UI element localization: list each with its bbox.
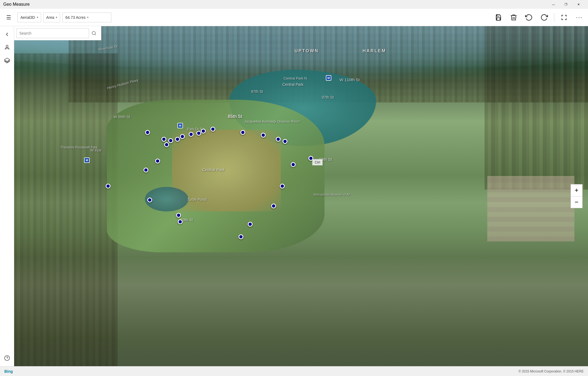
more-button[interactable]: ··· [573, 11, 586, 24]
map-label-w110thst: W 110th St [339, 77, 360, 82]
map-type-dropdown[interactable]: Aerial3D ▾ [17, 13, 41, 22]
map-pin[interactable] [164, 142, 169, 147]
app-title: Geo Measure [3, 2, 30, 7]
window-controls: — ❐ ✕ [547, 0, 585, 9]
map-pin[interactable] [106, 184, 111, 189]
sidebar [0, 26, 14, 366]
crop-button[interactable] [558, 11, 571, 24]
map-pin[interactable] [201, 129, 206, 134]
map-pin[interactable] [308, 156, 313, 161]
map-label-w86thst: W 86th St [114, 115, 130, 119]
map-pin[interactable] [291, 162, 296, 167]
map-label-w81st: W 81st [90, 148, 101, 152]
svg-line-5 [95, 34, 96, 35]
menu-button[interactable]: ☰ [2, 11, 15, 24]
map-pin[interactable] [210, 127, 215, 132]
map-label-harlem: HARLEM [363, 48, 386, 53]
search-button[interactable] [89, 28, 99, 38]
map-label-centralpark2: Central Park [282, 82, 304, 87]
redo-button[interactable] [538, 11, 551, 24]
map-label-97thst-e: 97th St [322, 95, 334, 99]
zoom-out-button[interactable]: − [571, 196, 583, 208]
titlebar: Geo Measure — ❐ ✕ [0, 0, 588, 9]
map-label-centralpark: Central Park [202, 167, 225, 172]
map-label-turtlepond: Turtle Pond [187, 197, 206, 202]
map-pin[interactable] [276, 137, 281, 142]
map-area[interactable]: 85th St Park Dr S Central Park Turtle Po… [14, 26, 588, 366]
map-pin[interactable] [175, 137, 180, 142]
metro-marker: M [326, 75, 331, 81]
map-pin[interactable] [240, 130, 245, 135]
undo-button[interactable] [522, 11, 535, 24]
map-pin[interactable] [155, 159, 160, 163]
map-pin[interactable] [189, 132, 194, 137]
statusbar: Bing © 2015 Microsoft Corporation, © 201… [0, 366, 588, 376]
map-pin[interactable] [161, 137, 166, 142]
toolbar: ☰ Aerial3D ▾ Area ▾ 64.73 Acres ▾ [0, 9, 588, 26]
svg-point-0 [6, 45, 8, 47]
map-pin[interactable] [180, 134, 185, 139]
map-pin[interactable] [271, 204, 276, 208]
metro-marker: M [177, 123, 183, 128]
map-label-85thst: 85th St [228, 114, 242, 119]
map-label-met: Metropolitan Museum of Art [314, 193, 350, 196]
map-label-centralpark-n: Central Park N [284, 76, 307, 80]
delete-button[interactable] [507, 11, 520, 24]
map-pin[interactable] [168, 138, 173, 143]
svg-point-4 [92, 31, 95, 35]
toolbar-divider [554, 13, 554, 22]
map-pin[interactable] [261, 133, 266, 138]
map-pin[interactable] [238, 234, 243, 239]
measurement-dropdown[interactable]: 64.73 Acres ▾ [62, 13, 111, 22]
help-icon[interactable] [1, 352, 13, 364]
map-pin[interactable] [143, 168, 148, 172]
measure-type-arrow: ▾ [56, 16, 57, 19]
map-pin[interactable] [283, 139, 287, 144]
measure-type-dropdown[interactable]: Area ▾ [43, 13, 60, 22]
layers-icon[interactable] [1, 54, 13, 66]
map-pin[interactable] [280, 184, 285, 189]
maximize-button[interactable]: ❐ [560, 0, 572, 9]
search-bar [14, 26, 101, 40]
map-type-arrow: ▾ [37, 16, 38, 19]
map-label-97thst: 97th St [251, 89, 263, 94]
map-pin[interactable] [248, 222, 253, 227]
map-label-reservoir: Jacqueline Kennedy Onassis Rsrv'r [244, 119, 300, 123]
search-input[interactable] [16, 28, 89, 38]
save-button[interactable] [492, 11, 505, 24]
map-pin[interactable] [147, 198, 152, 202]
map-type-label: Aerial3D [20, 15, 35, 20]
bing-logo: Bing [4, 369, 13, 374]
metro-marker: M [84, 157, 90, 163]
map-pin[interactable] [178, 219, 183, 224]
map-pin[interactable] [176, 213, 181, 218]
person-icon[interactable] [1, 41, 13, 53]
measurement-label: 64.73 Acres [65, 15, 85, 20]
map-label-uptown: UPTOWN [295, 48, 319, 53]
map-pin[interactable] [145, 130, 150, 135]
minimize-button[interactable]: — [547, 0, 560, 9]
zoom-controls: + − [571, 184, 583, 208]
zoom-in-button[interactable]: + [571, 184, 583, 196]
map-label-parkdrs: Park Dr S [187, 127, 202, 131]
map-pin[interactable] [196, 131, 201, 136]
map-label-85thst-east: 85th St [319, 157, 332, 162]
copyright-text: © 2015 Microsoft Corporation, © 2015 HER… [519, 369, 584, 373]
back-button[interactable] [1, 28, 13, 40]
measurement-arrow: ▾ [87, 16, 88, 19]
measure-type-label: Area [46, 15, 54, 20]
close-button[interactable]: ✕ [572, 0, 585, 9]
